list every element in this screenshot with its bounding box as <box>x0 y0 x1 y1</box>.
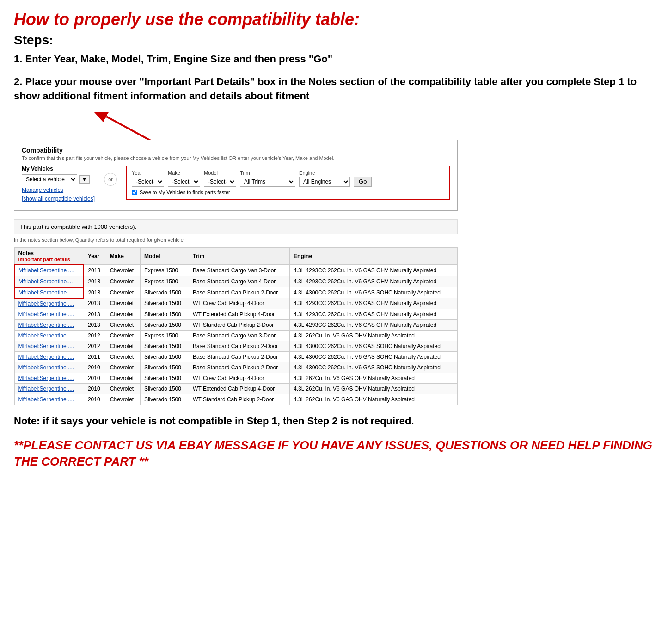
notes-cell[interactable]: Mfrlabel:Serpentine .... <box>14 341 84 351</box>
model-header: Model <box>140 247 189 265</box>
notes-cell[interactable]: Mfrlabel:Serpentine .... <box>14 319 84 330</box>
model-cell: Express 1500 <box>140 276 189 287</box>
year-cell: 2012 <box>84 330 106 341</box>
year-select[interactable]: -Select- <box>132 177 164 187</box>
year-cell: 2013 <box>84 265 106 276</box>
model-cell: Silverado 1500 <box>140 351 189 362</box>
main-title: How to properly use the compatibility ta… <box>14 9 654 29</box>
table-header-row: Notes Important part details Year Make M… <box>14 247 458 265</box>
make-header: Make <box>106 247 140 265</box>
make-cell: Chevrolet <box>106 330 140 341</box>
table-row: Mfrlabel:Serpentine ....2013ChevroletSil… <box>14 287 458 298</box>
my-vehicles-section: My Vehicles Select a vehicle ▼ Manage ve… <box>22 166 95 202</box>
make-cell: Chevrolet <box>106 309 140 319</box>
save-checkbox[interactable] <box>132 190 137 195</box>
model-cell: Express 1500 <box>140 330 189 341</box>
model-select[interactable]: -Select- <box>204 177 236 187</box>
important-part-link[interactable]: Important part details <box>18 257 80 262</box>
trim-field: Trim All Trims <box>240 170 295 187</box>
engine-cell: 4.3L 262Cu. In. V6 GAS OHV Naturally Asp… <box>290 330 458 341</box>
step1-text: 1. Enter Year, Make, Model, Trim, Engine… <box>14 52 654 67</box>
make-cell: Chevrolet <box>106 287 140 298</box>
trim-cell: Base Standard Cab Pickup 2-Door <box>189 362 290 373</box>
model-cell: Silverado 1500 <box>140 383 189 394</box>
compat-subtitle: To confirm that this part fits your vehi… <box>22 155 450 161</box>
engine-cell: 4.3L 262Cu. In. V6 GAS OHV Naturally Asp… <box>290 394 458 405</box>
ymm-row: Year -Select- Make -Select- Model - <box>132 170 444 187</box>
model-cell: Silverado 1500 <box>140 394 189 405</box>
show-all-link[interactable]: [show all compatible vehicles] <box>22 196 95 202</box>
table-row: Mfrlabel:Serpentine ....2011ChevroletSil… <box>14 351 458 362</box>
notes-cell[interactable]: Mfrlabel:Serpentine .... <box>14 330 84 341</box>
make-cell: Chevrolet <box>106 341 140 351</box>
engine-header: Engine <box>290 247 458 265</box>
notes-header: Notes Important part details <box>14 247 84 265</box>
vehicle-select[interactable]: Select a vehicle <box>22 174 77 184</box>
engine-label: Engine <box>299 170 350 176</box>
table-row: Mfrlabel:Serpentine....2013ChevroletExpr… <box>14 276 458 287</box>
trim-label: Trim <box>240 170 295 176</box>
year-cell: 2013 <box>84 319 106 330</box>
notes-cell[interactable]: Mfrlabel:Serpentine .... <box>14 351 84 362</box>
or-circle: or <box>104 173 117 186</box>
table-row: Mfrlabel:Serpentine ....2012ChevroletSil… <box>14 341 458 351</box>
make-label: Make <box>168 170 200 176</box>
engine-cell: 4.3L 4300CC 262Cu. In. V6 GAS SOHC Natur… <box>290 287 458 298</box>
make-cell: Chevrolet <box>106 383 140 394</box>
make-select[interactable]: -Select- <box>168 177 200 187</box>
model-cell: Silverado 1500 <box>140 341 189 351</box>
table-row: Mfrlabel:Serpentine ....2010ChevroletSil… <box>14 394 458 405</box>
engine-cell: 4.3L 4293CC 262Cu. In. V6 GAS OHV Natura… <box>290 319 458 330</box>
model-field: Model -Select- <box>204 170 236 187</box>
engine-cell: 4.3L 262Cu. In. V6 GAS OHV Naturally Asp… <box>290 383 458 394</box>
model-cell: Silverado 1500 <box>140 287 189 298</box>
table-row: Mfrlabel:Serpentine ....2013ChevroletSil… <box>14 309 458 319</box>
year-cell: 2010 <box>84 383 106 394</box>
make-cell: Chevrolet <box>106 276 140 287</box>
trim-select[interactable]: All Trims <box>240 177 295 187</box>
year-cell: 2013 <box>84 287 106 298</box>
make-cell: Chevrolet <box>106 298 140 309</box>
notes-cell[interactable]: Mfrlabel:Serpentine.... <box>14 276 84 287</box>
compatible-message: This part is compatible with 1000 vehicl… <box>14 219 458 234</box>
notes-cell[interactable]: Mfrlabel:Serpentine .... <box>14 362 84 373</box>
go-button[interactable]: Go <box>354 177 372 187</box>
compatibility-table: Notes Important part details Year Make M… <box>14 247 458 405</box>
trim-cell: Base Standard Cargo Van 3-Door <box>189 265 290 276</box>
year-cell: 2013 <box>84 276 106 287</box>
trim-cell: Base Standard Cab Pickup 2-Door <box>189 341 290 351</box>
ymm-form-wrapper: Year -Select- Make -Select- Model - <box>126 166 450 200</box>
trim-cell: WT Standard Cab Pickup 2-Door <box>189 319 290 330</box>
compat-top-row: My Vehicles Select a vehicle ▼ Manage ve… <box>22 166 450 202</box>
trim-cell: Base Standard Cab Pickup 2-Door <box>189 351 290 362</box>
notes-cell[interactable]: Mfrlabel:Serpentine .... <box>14 298 84 309</box>
year-cell: 2010 <box>84 394 106 405</box>
table-row: Mfrlabel:Serpentine ....2013ChevroletExp… <box>14 265 458 276</box>
notes-cell[interactable]: Mfrlabel:Serpentine .... <box>14 373 84 383</box>
trim-cell: Base Standard Cargo Van 3-Door <box>189 330 290 341</box>
manage-vehicles-link[interactable]: Manage vehicles <box>22 187 95 193</box>
model-cell: Express 1500 <box>140 265 189 276</box>
table-row: Mfrlabel:Serpentine ....2012ChevroletExp… <box>14 330 458 341</box>
dropdown-arrow-icon[interactable]: ▼ <box>79 175 90 184</box>
compatibility-widget: Compatibility To confirm that this part … <box>14 140 458 211</box>
table-row: Mfrlabel:Serpentine ....2013ChevroletSil… <box>14 319 458 330</box>
engine-cell: 4.3L 4293CC 262Cu. In. V6 GAS OHV Natura… <box>290 276 458 287</box>
year-cell: 2011 <box>84 351 106 362</box>
year-cell: 2012 <box>84 341 106 351</box>
notes-cell[interactable]: Mfrlabel:Serpentine .... <box>14 383 84 394</box>
trim-cell: WT Crew Cab Pickup 4-Door <box>189 373 290 383</box>
notes-cell[interactable]: Mfrlabel:Serpentine .... <box>14 265 84 276</box>
table-row: Mfrlabel:Serpentine ....2010ChevroletSil… <box>14 373 458 383</box>
make-cell: Chevrolet <box>106 373 140 383</box>
engine-select[interactable]: All Engines <box>299 177 350 187</box>
note-text: Note: if it says your vehicle is not com… <box>14 414 654 429</box>
year-cell: 2013 <box>84 309 106 319</box>
notes-cell[interactable]: Mfrlabel:Serpentine .... <box>14 394 84 405</box>
notes-cell[interactable]: Mfrlabel:Serpentine .... <box>14 309 84 319</box>
table-row: Mfrlabel:Serpentine ....2010ChevroletSil… <box>14 362 458 373</box>
steps-title: Steps: <box>14 33 654 48</box>
notes-cell[interactable]: Mfrlabel:Serpentine .... <box>14 287 84 298</box>
my-vehicles-label: My Vehicles <box>22 166 95 172</box>
trim-header: Trim <box>189 247 290 265</box>
